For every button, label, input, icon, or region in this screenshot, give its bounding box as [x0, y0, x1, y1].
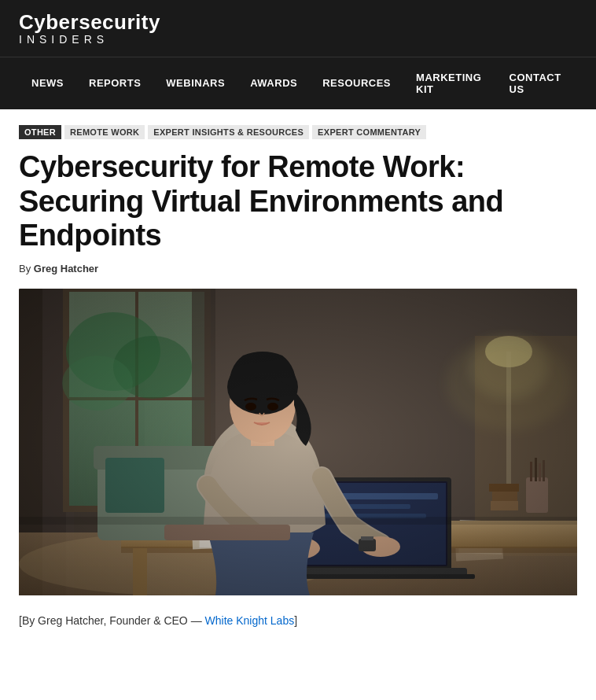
breadcrumb-tag-expert-insights[interactable]: Expert Insights & Resources — [148, 125, 309, 139]
article-caption: [By Greg Hatcher, Founder & CEO — White … — [19, 613, 577, 629]
nav-contact-us[interactable]: CONTACT US — [497, 57, 577, 109]
nav-reports[interactable]: REPORTS — [76, 63, 153, 103]
author-prefix: By — [19, 263, 34, 274]
svg-rect-58 — [19, 289, 577, 595]
breadcrumb-tag-remote-work[interactable]: Remote Work — [64, 125, 145, 139]
logo-top: Cybersecurity — [19, 11, 160, 34]
article-author: By Greg Hatcher — [19, 263, 577, 274]
caption-suffix: ] — [294, 614, 297, 627]
article-title: Cybersecurity for Remote Work: Securing … — [19, 150, 577, 253]
nav-news[interactable]: NEWS — [19, 63, 76, 103]
breadcrumb-tag-other[interactable]: OTHER — [19, 125, 61, 139]
main-nav: NEWS REPORTS WEBINARS AWARDS RESOURCES M… — [0, 57, 596, 109]
caption-link[interactable]: White Knight Labs — [205, 614, 295, 627]
site-logo[interactable]: Cybersecurity INSIDERS — [19, 11, 160, 46]
nav-awards[interactable]: AWARDS — [237, 63, 310, 103]
article-image-container — [19, 289, 577, 599]
logo-bottom: INSIDERS — [19, 34, 160, 46]
breadcrumb-tags: OTHER Remote Work Expert Insights & Reso… — [19, 125, 577, 139]
nav-resources[interactable]: RESOURCES — [310, 63, 403, 103]
nav-webinars[interactable]: WEBINARS — [153, 63, 237, 103]
caption-text: [By Greg Hatcher, Founder & CEO — — [19, 614, 205, 627]
content-area: OTHER Remote Work Expert Insights & Reso… — [0, 109, 596, 648]
author-name: Greg Hatcher — [34, 263, 98, 274]
article-hero-image — [19, 289, 577, 595]
nav-marketing-kit[interactable]: MARKETING KIT — [403, 57, 497, 109]
breadcrumb-tag-expert-commentary[interactable]: Expert Commentary — [312, 125, 426, 139]
site-header: Cybersecurity INSIDERS — [0, 0, 596, 57]
